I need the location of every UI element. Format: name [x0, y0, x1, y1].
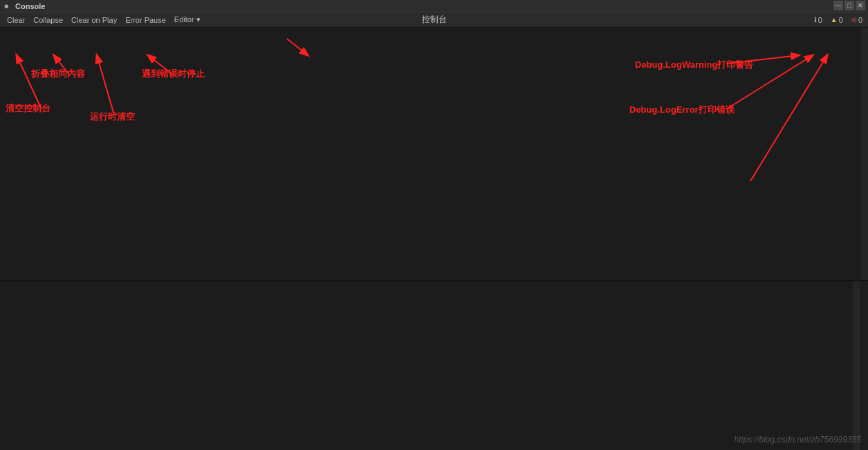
log-scrollbar[interactable]: [861, 28, 868, 280]
clear-on-play-button[interactable]: Clear on Play: [67, 14, 121, 26]
error-count-value: 0: [858, 16, 862, 24]
error-icon: ⊘: [851, 16, 857, 24]
title-bar: ■ Console — □ ✕: [0, 0, 868, 12]
minimize-button[interactable]: —: [833, 1, 843, 10]
log-count-area: ℹ 0 ▲ 0 ⊘ 0: [811, 16, 865, 24]
clear-button[interactable]: Clear: [3, 14, 29, 26]
console-icon: ■: [4, 2, 12, 10]
warning-count-value: 0: [839, 16, 843, 24]
info-count-value: 0: [818, 16, 822, 24]
close-button[interactable]: ✕: [856, 1, 865, 10]
maximize-button[interactable]: □: [844, 1, 854, 10]
editor-dropdown-button[interactable]: Editor ▾: [170, 14, 205, 26]
detail-scrollbar[interactable]: [853, 281, 860, 450]
info-count[interactable]: ℹ 0: [811, 16, 825, 24]
error-count[interactable]: ⊘ 0: [849, 16, 865, 24]
console-log-panel[interactable]: [0, 28, 868, 281]
url-watermark: https://blog.csdn.net/zb756999355: [735, 435, 861, 444]
info-icon: ℹ: [814, 16, 817, 24]
main-area: 清空控制台 折叠相同内容 运行时清空 遇到错误时停止 Debug.LogWarn…: [0, 28, 868, 450]
detail-panel: [0, 281, 860, 450]
window-title: Console: [15, 2, 45, 10]
console-toolbar: Clear Collapse Clear on Play Error Pause…: [0, 12, 868, 28]
unity-console-window: ■ Console — □ ✕ Clear Collapse Clear on …: [0, 0, 868, 450]
warning-icon: ▲: [831, 16, 838, 24]
window-controls: — □ ✕: [833, 1, 865, 10]
collapse-button[interactable]: Collapse: [29, 14, 67, 26]
warning-count[interactable]: ▲ 0: [828, 16, 846, 24]
error-pause-button[interactable]: Error Pause: [121, 14, 170, 26]
toolbar-center-title: 控制台: [422, 14, 447, 26]
